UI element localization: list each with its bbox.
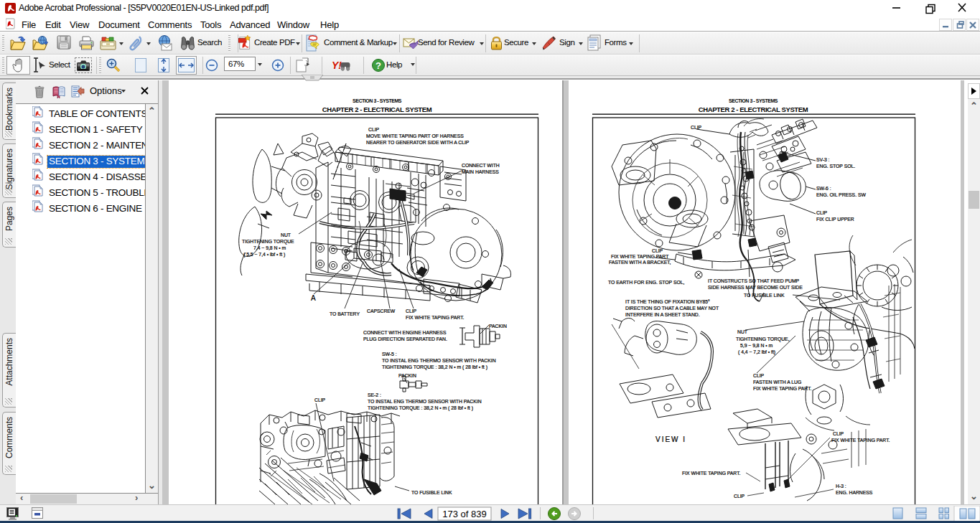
svg-text:CLIP: CLIP — [691, 125, 702, 130]
svg-text:TO INSTAL ENG THERMO SENSOR WI: TO INSTAL ENG THERMO SENSOR WITH PACKIN — [382, 358, 496, 363]
svg-text:TO BATTERY: TO BATTERY — [330, 311, 360, 316]
svg-text:SV-3 :: SV-3 : — [816, 157, 830, 162]
svg-text:PACKIN: PACKIN — [489, 324, 507, 329]
svg-text:NUT: NUT — [281, 232, 291, 237]
svg-text:FIX CLIP UPPER: FIX CLIP UPPER — [816, 217, 854, 222]
svg-text:DIRECTION SO THAT A CABLE MAY: DIRECTION SO THAT A CABLE MAY NOT — [625, 306, 719, 311]
svg-text:PACKIN: PACKIN — [398, 373, 416, 378]
svg-text:( 4,4 ~ 7,2 lbf • ft): ( 4,4 ~ 7,2 lbf • ft) — [738, 349, 775, 355]
svg-text:CLIP: CLIP — [314, 397, 326, 402]
svg-text:7,4 ~ 9,8 N • m: 7,4 ~ 9,8 N • m — [253, 245, 286, 250]
svg-text:CLIP: CLIP — [734, 494, 745, 499]
svg-text:TIGHTENING TORQUE : 38,2 N • m: TIGHTENING TORQUE : 38,2 N • m ( 28 lbf … — [368, 405, 473, 411]
svg-text:TO INSTAL ENG THERMO SENSOR WI: TO INSTAL ENG THERMO SENSOR WITH PACKIN — [368, 399, 482, 404]
svg-text:SW-5 :: SW-5 : — [382, 352, 397, 357]
svg-text:MAIN HARNESS: MAIN HARNESS — [462, 169, 499, 174]
svg-text:CAPSCREW: CAPSCREW — [367, 308, 396, 314]
svg-text:ENG. STOP SOL.: ENG. STOP SOL. — [816, 164, 855, 169]
svg-text:?: ? — [375, 60, 381, 71]
svg-text:SIDE HARNESS MAY BECOME OUT SI: SIDE HARNESS MAY BECOME OUT SIDE — [708, 285, 803, 290]
svg-text:FIX WHITE TAPING PART: FIX WHITE TAPING PART — [611, 254, 668, 259]
svg-text:TIGHTENING TORQUE : 38,2 N • m: TIGHTENING TORQUE : 38,2 N • m ( 28 lbf … — [382, 364, 487, 370]
svg-text:FIX WHITE TAPING PART.: FIX WHITE TAPING PART. — [406, 315, 465, 320]
svg-text:A: A — [311, 294, 316, 302]
svg-text:NUT: NUT — [737, 329, 747, 334]
svg-text:5,9 ~ 9,8 N • m: 5,9 ~ 9,8 N • m — [740, 343, 773, 348]
svg-text:SE-2 :: SE-2 : — [368, 392, 381, 397]
svg-text:Y!: Y! — [332, 60, 342, 71]
svg-text:ENG. HARNESS: ENG. HARNESS — [836, 490, 873, 495]
svg-text:CHAPTER 2 - ELECTRICAL SYSTEM: CHAPTER 2 - ELECTRICAL SYSTEM — [322, 105, 432, 113]
svg-text:NEARER TO GENERATOR SIDE WITH: NEARER TO GENERATOR SIDE WITH A CLIP — [366, 140, 470, 145]
svg-text:IT CONSTRUCTS SO THAT FEED PUM: IT CONSTRUCTS SO THAT FEED PUMP — [708, 278, 800, 283]
svg-text:ENG. OIL PRESS. SW: ENG. OIL PRESS. SW — [816, 192, 866, 197]
svg-text:CLIP: CLIP — [833, 431, 844, 436]
svg-text:CONNECT WITH ENGINE HARNESS: CONNECT WITH ENGINE HARNESS — [363, 330, 447, 335]
svg-text:CONNECT WITH: CONNECT WITH — [462, 163, 500, 168]
svg-text:CLIP: CLIP — [753, 373, 765, 378]
svg-text:CLIP: CLIP — [406, 308, 417, 314]
svg-text:TIGHTENING TORQUE: TIGHTENING TORQUE — [242, 239, 294, 245]
svg-text:SW-6 :: SW-6 : — [816, 186, 831, 191]
svg-text:CLIP: CLIP — [368, 127, 380, 132]
svg-text:TO FUSIBLE LINK: TO FUSIBLE LINK — [744, 293, 785, 298]
svg-text:SECTION 3 - SYSTEMS: SECTION 3 - SYSTEMS — [729, 98, 778, 103]
svg-text:FASTEN WITH A LUG: FASTEN WITH A LUG — [753, 380, 801, 385]
svg-text:CHAPTER 2 - ELECTRICAL SYSTEM: CHAPTER 2 - ELECTRICAL SYSTEM — [699, 105, 808, 113]
svg-text:TO FUSIBLE LINK: TO FUSIBLE LINK — [411, 490, 452, 495]
svg-text:CLIP: CLIP — [652, 248, 663, 253]
svg-text:FIX WHITE TAPING PART.: FIX WHITE TAPING PART. — [831, 438, 890, 443]
svg-text:VIEW I: VIEW I — [655, 435, 686, 443]
svg-text:FASTEN WITH A BRACKET,: FASTEN WITH A BRACKET, — [609, 260, 671, 265]
svg-text:FIX WHITE TAPING PART.: FIX WHITE TAPING PART. — [682, 471, 741, 476]
svg-text:H-3 :: H-3 : — [836, 484, 846, 489]
svg-text:( 5,5 ~ 7,4 • lbf • ft ): ( 5,5 ~ 7,4 • lbf • ft ) — [243, 252, 285, 258]
svg-text:PLUG DIRECTION SEPARATED FAN.: PLUG DIRECTION SEPARATED FAN. — [363, 336, 447, 341]
svg-text:TIGHTENING TORQUE,: TIGHTENING TORQUE, — [736, 336, 790, 342]
svg-text:SECTION 3 - SYSTEMS: SECTION 3 - SYSTEMS — [353, 98, 402, 103]
svg-text:CLIP: CLIP — [816, 210, 828, 215]
svg-text:FIX WHITE TAPING PART.: FIX WHITE TAPING PART. — [753, 386, 812, 391]
svg-text:MOVE WHITE TAPING PART OF HARN: MOVE WHITE TAPING PART OF HARNESS — [366, 133, 464, 138]
svg-text:TO EARTH FOR ENG. STOP SOL,: TO EARTH FOR ENG. STOP SOL, — [608, 280, 684, 285]
svg-text:173 of 839: 173 of 839 — [442, 509, 486, 519]
svg-text:IT IS THE THING OF FIXATION BY: IT IS THE THING OF FIXATION BY85° — [625, 299, 710, 304]
svg-text:INTERFERE IN A SHEET STAND.: INTERFERE IN A SHEET STAND. — [625, 312, 700, 317]
